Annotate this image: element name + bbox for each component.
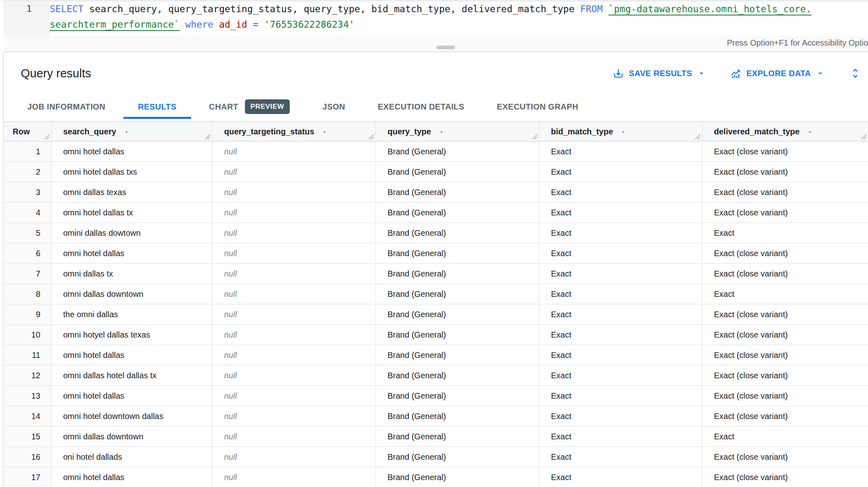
sql-token: SELECT [50,4,84,14]
sql-editor[interactable]: 1 SELECT search_query, query_targeting_s… [0,0,868,52]
sql-token [603,4,608,14]
data-cell: null [213,284,376,305]
column-resize-handle[interactable] [532,134,538,140]
sql-token [247,19,253,30]
data-cell: omni dallas hotel dallas tx [52,366,213,386]
sql-token [258,19,264,30]
data-cell: Exact (close variant) [703,447,868,467]
column-header-query_targeting_status[interactable]: query_targeting_status [213,122,376,142]
explore-data-button[interactable]: EXPLORE DATA [730,68,825,79]
column-header-label: bid_match_type [551,127,613,136]
data-cell: Exact [540,142,703,162]
column-header-bid_match_type[interactable]: bid_match_type [540,122,703,142]
data-cell: omni hotel dallas [52,142,213,162]
column-menu-icon[interactable] [620,129,626,135]
data-cell: null [213,264,376,284]
data-cell: Exact [540,366,703,386]
data-cell: omni hotel dallas [52,345,213,366]
data-cell: Brand (General) [376,467,540,487]
column-resize-handle[interactable] [368,134,374,140]
column-resize-handle[interactable] [861,134,867,140]
chevron-down-icon [697,69,706,78]
sql-token: search_query, query_targeting_status, qu… [84,4,580,14]
data-cell: Brand (General) [376,366,540,386]
data-cell: Exact (close variant) [703,244,868,264]
data-cell: Exact [540,264,703,284]
data-cell: null [213,142,376,162]
sql-token: where [185,19,213,30]
data-cell: Brand (General) [376,162,540,182]
table-row: 16oni hotel dalladsnullBrand (General)Ex… [4,447,868,467]
row-number-cell: 5 [4,223,52,244]
data-cell: null [213,447,376,467]
data-cell: Exact [540,162,703,182]
data-cell: Brand (General) [376,203,540,223]
data-cell: omni dallas texas [52,182,213,203]
column-menu-icon[interactable] [123,129,130,135]
data-cell: the omni dallas [52,305,213,325]
data-cell: Exact [540,467,703,487]
table-row: 2omni hotel dallas txsnullBrand (General… [4,162,868,182]
row-number-cell: 7 [4,264,52,284]
data-cell: null [213,325,376,345]
data-cell: null [213,366,376,386]
column-resize-handle[interactable] [205,134,211,140]
data-cell: null [213,305,376,325]
editor-status-bar: Press Option+F1 for Accessibility Optio [4,36,868,52]
tab-results[interactable]: RESULTS [122,94,193,119]
data-cell: Exact [540,325,703,345]
data-cell: Brand (General) [376,406,540,427]
column-menu-icon[interactable] [807,129,813,135]
table-row: 1omni hotel dallasnullBrand (General)Exa… [4,142,868,162]
data-cell: null [213,345,376,366]
tab-label: JSON [322,102,345,112]
column-menu-icon[interactable] [322,129,328,135]
data-cell: Exact (close variant) [703,345,868,366]
column-header-label: query_type [388,127,431,136]
data-cell: Exact (close variant) [703,305,868,325]
results-panel-header: Query results SAVE RESULTS [4,52,868,94]
data-cell: Brand (General) [376,244,540,264]
tab-chart[interactable]: CHARTPREVIEW [193,94,306,119]
sql-code-area[interactable]: SELECT search_query, query_targeting_sta… [50,1,868,32]
column-resize-handle[interactable] [44,134,50,140]
results-table: Rowsearch_queryquery_targeting_statusque… [4,121,868,487]
table-reference-link[interactable]: searchterm_performance` [50,19,180,31]
data-cell: Brand (General) [376,264,540,284]
tab-label: EXECUTION DETAILS [378,102,464,112]
row-number-cell: 15 [4,427,52,447]
column-header-label: search_query [63,127,116,136]
column-header-row[interactable]: Row [4,122,52,142]
column-menu-icon[interactable] [438,129,445,135]
column-header-search_query[interactable]: search_query [52,122,213,142]
sql-code-line: searchterm_performance` where ad_id = '7… [50,17,868,32]
row-number-cell: 4 [4,203,52,223]
expand-results-button[interactable] [849,67,861,79]
column-resize-handle[interactable] [695,134,701,140]
save-results-button[interactable]: SAVE RESULTS [613,68,706,79]
tab-execution-details[interactable]: EXECUTION DETAILS [361,94,480,119]
data-cell: Exact (close variant) [703,203,868,223]
data-cell: omni hotel dallas tx [52,203,213,223]
tab-job-information[interactable]: JOB INFORMATION [11,94,122,119]
sql-token [214,19,219,30]
data-cell: null [213,162,376,182]
table-row: 4omni hotel dallas txnullBrand (General)… [4,203,868,223]
table-reference-link[interactable]: `pmg-datawarehouse.omni_hotels_core. [608,4,812,15]
data-cell: null [213,467,376,487]
row-number-cell: 11 [4,345,52,366]
data-cell: Exact [540,182,703,203]
tab-json[interactable]: JSON [306,94,361,119]
column-header-label: Row [13,127,30,136]
explore-data-label: EXPLORE DATA [746,69,811,78]
sql-token: = [253,19,259,30]
tab-label: JOB INFORMATION [27,102,106,112]
row-number-cell: 9 [4,305,52,325]
column-header-query_type[interactable]: query_type [376,122,540,142]
data-cell: Exact (close variant) [703,325,868,345]
save-results-label: SAVE RESULTS [629,69,692,78]
tab-execution-graph[interactable]: EXECUTION GRAPH [480,94,595,119]
panel-resize-handle[interactable] [436,46,455,49]
column-header-delivered_match_type[interactable]: delivered_match_type [703,122,868,142]
data-cell: Brand (General) [376,305,540,325]
